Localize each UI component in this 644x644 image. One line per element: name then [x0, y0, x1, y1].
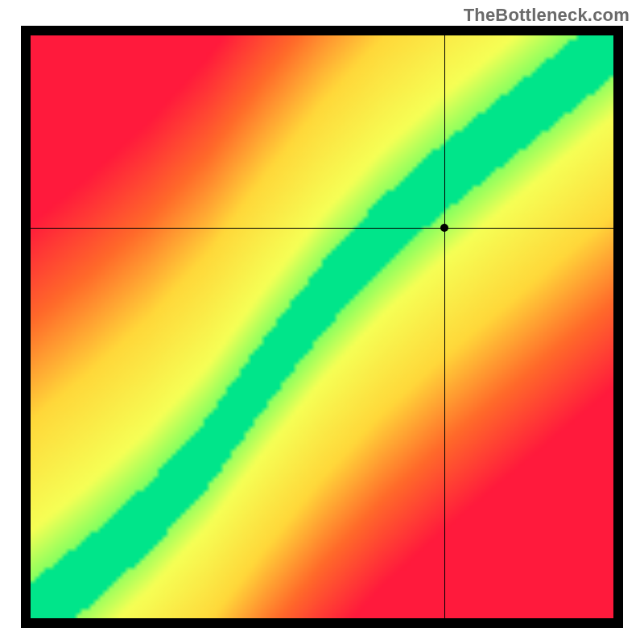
crosshair-horizontal — [31, 228, 613, 229]
watermark-text: TheBottleneck.com — [464, 5, 630, 26]
crosshair-vertical — [444, 35, 445, 618]
chart-container: TheBottleneck.com — [0, 0, 644, 644]
heatmap-canvas — [31, 35, 613, 618]
chart-frame — [21, 26, 623, 628]
plot-area — [31, 35, 613, 618]
data-point-marker — [440, 224, 448, 232]
